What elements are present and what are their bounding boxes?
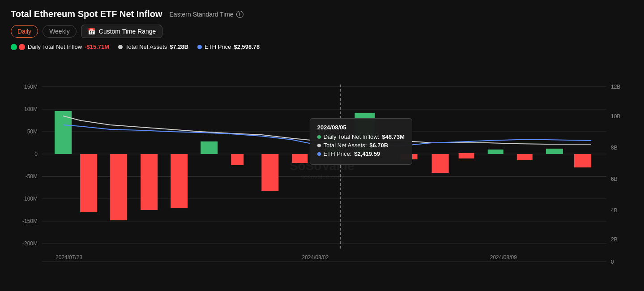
y-right-2b: 2B [611, 236, 618, 243]
bar-positive-3 [324, 134, 341, 154]
total-assets-dot [118, 45, 123, 49]
bar-negative-10 [459, 153, 474, 158]
net-inflow-legend: Daily Total Net Inflow -$15.71M [11, 43, 109, 50]
y-label-neg50m: -50M [26, 173, 38, 180]
y-label-100m: 100M [24, 106, 38, 112]
bar-negative-12 [574, 154, 591, 167]
header-row: Total Ethereum Spot ETF Net Inflow Easte… [11, 9, 633, 19]
eth-price-value: $2,598.78 [234, 43, 260, 50]
calendar-icon: 📅 [88, 28, 95, 35]
bar-positive-2 [200, 141, 218, 154]
net-inflow-value: -$15.71M [85, 43, 109, 50]
y-label-neg100m: -100M [22, 196, 38, 202]
custom-range-button[interactable]: 📅 Custom Time Range [81, 25, 163, 38]
y-label-150m: 150M [24, 84, 38, 90]
eth-price-dot [197, 45, 202, 49]
bar-positive-6 [546, 149, 563, 154]
timezone-label: Eastern Standard Time i [170, 11, 243, 18]
weekly-tab[interactable]: Weekly [43, 25, 77, 38]
total-assets-legend: Total Net Assets $7.28B [118, 43, 188, 50]
bar-negative-3 [141, 154, 158, 210]
bar-positive-5 [488, 150, 503, 154]
controls-row: Daily Weekly 📅 Custom Time Range [11, 25, 633, 38]
bar-positive-4 [355, 113, 375, 154]
toggle-green-icon [11, 44, 17, 50]
bar-negative-1 [80, 154, 97, 212]
chart-title: Total Ethereum Spot ETF Net Inflow [11, 9, 162, 19]
bar-negative-2 [110, 154, 127, 220]
total-assets-value: $7.28B [170, 43, 188, 50]
bar-negative-8 [401, 154, 418, 159]
y-right-10b: 10B [611, 113, 620, 120]
y-right-0b: 0 [611, 259, 614, 265]
y-right-4b: 4B [611, 207, 618, 214]
info-icon[interactable]: i [236, 11, 243, 18]
chart-container: Total Ethereum Spot ETF Net Inflow Easte… [0, 0, 644, 291]
y-right-6b: 6B [611, 176, 618, 182]
y-right-12b: 12B [611, 84, 620, 90]
bar-negative-11 [517, 154, 533, 160]
eth-price-legend: ETH Price $2,598.78 [197, 43, 260, 50]
y-label-neg150m: -150M [22, 218, 38, 224]
chart-area: SoSoValue sosovalue.com 150M 100M 50M 0 … [11, 53, 633, 287]
x-label-0723: 2024/07/23 [55, 254, 82, 261]
watermark: SoSoValue sosovalue.com [290, 159, 354, 180]
x-label-0802: 2024/08/02 [302, 254, 328, 261]
legend-row: Daily Total Net Inflow -$15.71M Total Ne… [11, 43, 633, 50]
bar-negative-4 [171, 154, 188, 208]
y-right-8b: 8B [611, 145, 618, 151]
x-label-0809: 2024/08/09 [490, 254, 517, 261]
y-label-50m: 50M [27, 128, 38, 135]
y-label-neg200m: -200M [22, 240, 38, 247]
bar-negative-5 [231, 154, 243, 165]
y-label-0: 0 [34, 151, 38, 157]
daily-tab[interactable]: Daily [11, 25, 38, 38]
bar-negative-9 [432, 154, 449, 173]
bar-negative-6 [261, 154, 278, 191]
toggle-red-icon [19, 44, 25, 50]
